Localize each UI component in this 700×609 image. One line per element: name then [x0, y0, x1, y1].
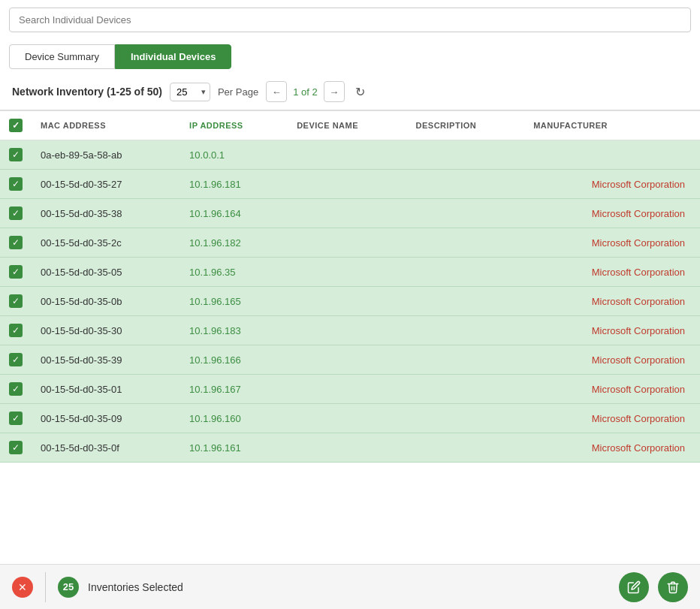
row-checkbox[interactable]: ✓ — [9, 324, 23, 337]
row-checkbox[interactable]: ✓ — [9, 412, 23, 425]
description — [407, 199, 525, 228]
table-row: ✓00-15-5d-d0-35-0510.1.96.35Microsoft Co… — [0, 258, 700, 287]
tab-device-summary[interactable]: Device Summary — [9, 44, 115, 69]
description — [407, 345, 525, 375]
ip-address: 10.0.0.1 — [180, 140, 288, 170]
table-row: ✓0a-eb-89-5a-58-ab10.0.0.1 — [0, 140, 700, 170]
manufacturer — [524, 140, 700, 170]
row-checkbox[interactable]: ✓ — [9, 236, 23, 249]
header-ip: IP ADDRESS — [180, 111, 288, 140]
ip-address: 10.1.96.181 — [180, 170, 288, 199]
row-checkbox[interactable]: ✓ — [9, 177, 23, 191]
device-name — [288, 316, 406, 345]
ip-address: 10.1.96.160 — [180, 404, 288, 433]
mac-address: 00-15-5d-d0-35-05 — [32, 258, 180, 287]
per-page-label: Per Page — [218, 86, 258, 98]
delete-button[interactable] — [658, 572, 688, 602]
description — [407, 140, 525, 170]
manufacturer: Microsoft Corporation — [524, 170, 700, 199]
device-name — [288, 345, 406, 375]
table-row: ✓00-15-5d-d0-35-2710.1.96.181Microsoft C… — [0, 170, 700, 199]
ip-address: 10.1.96.165 — [180, 287, 288, 316]
table-row: ✓00-15-5d-d0-35-3910.1.96.166Microsoft C… — [0, 345, 700, 375]
header-checkbox-cell: ✓ — [0, 111, 32, 140]
description — [407, 258, 525, 287]
table-row: ✓00-15-5d-d0-35-0f10.1.96.161Microsoft C… — [0, 433, 700, 463]
device-name — [288, 258, 406, 287]
manufacturer: Microsoft Corporation — [524, 258, 700, 287]
refresh-button[interactable]: ↻ — [355, 85, 365, 99]
row-checkbox[interactable]: ✓ — [9, 441, 23, 454]
tab-individual-devices[interactable]: Individual Devices — [115, 44, 231, 69]
device-name — [288, 199, 406, 228]
selected-label: Inventories Selected — [88, 581, 610, 593]
table-container: ✓ MAC ADDRESS IP ADDRESS DEVICE NAME DES… — [0, 110, 700, 523]
ip-address: 10.1.96.167 — [180, 375, 288, 404]
bottom-bar: ✕ 25 Inventories Selected — [0, 564, 700, 609]
divider — [45, 572, 46, 602]
description — [407, 316, 525, 345]
ip-address: 10.1.96.183 — [180, 316, 288, 345]
manufacturer: Microsoft Corporation — [524, 375, 700, 404]
device-name — [288, 375, 406, 404]
row-checkbox[interactable]: ✓ — [9, 265, 23, 279]
row-checkbox[interactable]: ✓ — [9, 148, 23, 161]
header-device-name: DEVICE NAME — [288, 111, 406, 140]
device-name — [288, 287, 406, 316]
per-page-wrapper: 25 50 100 — [170, 83, 210, 101]
description — [407, 287, 525, 316]
description — [407, 404, 525, 433]
mac-address: 00-15-5d-d0-35-0b — [32, 287, 180, 316]
page-info: 1 of 2 — [290, 86, 321, 98]
table-header-row: ✓ MAC ADDRESS IP ADDRESS DEVICE NAME DES… — [0, 111, 700, 140]
per-page-select[interactable]: 25 50 100 — [170, 83, 210, 101]
header-description: DESCRIPTION — [407, 111, 525, 140]
device-name — [288, 170, 406, 199]
manufacturer: Microsoft Corporation — [524, 345, 700, 375]
toolbar: Network Inventory (1-25 of 50) 25 50 100… — [0, 81, 700, 102]
search-input[interactable] — [9, 8, 691, 32]
prev-page-button[interactable]: ← — [266, 81, 287, 102]
mac-address: 00-15-5d-d0-35-39 — [32, 345, 180, 375]
device-name — [288, 433, 406, 463]
mac-address: 00-15-5d-d0-35-38 — [32, 199, 180, 228]
mac-address: 00-15-5d-d0-35-2c — [32, 228, 180, 258]
mac-address: 00-15-5d-d0-35-01 — [32, 375, 180, 404]
close-button[interactable]: ✕ — [12, 577, 33, 598]
selected-count-badge: 25 — [58, 577, 79, 598]
description — [407, 228, 525, 258]
ip-address: 10.1.96.164 — [180, 199, 288, 228]
mac-address: 00-15-5d-d0-35-27 — [32, 170, 180, 199]
header-mac: MAC ADDRESS — [32, 111, 180, 140]
tab-bar: Device Summary Individual Devices — [9, 44, 691, 69]
manufacturer: Microsoft Corporation — [524, 316, 700, 345]
ip-address: 10.1.96.166 — [180, 345, 288, 375]
device-name — [288, 228, 406, 258]
row-checkbox[interactable]: ✓ — [9, 382, 23, 396]
inventory-table: ✓ MAC ADDRESS IP ADDRESS DEVICE NAME DES… — [0, 110, 700, 463]
table-row: ✓00-15-5d-d0-35-0110.1.96.167Microsoft C… — [0, 375, 700, 404]
table-row: ✓00-15-5d-d0-35-3010.1.96.183Microsoft C… — [0, 316, 700, 345]
device-name — [288, 140, 406, 170]
header-checkbox[interactable]: ✓ — [9, 119, 23, 132]
description — [407, 170, 525, 199]
pagination-controls: ← 1 of 2 → — [266, 81, 345, 102]
row-checkbox[interactable]: ✓ — [9, 207, 23, 220]
edit-button[interactable] — [619, 572, 649, 602]
mac-address: 00-15-5d-d0-35-09 — [32, 404, 180, 433]
table-row: ✓00-15-5d-d0-35-0910.1.96.160Microsoft C… — [0, 404, 700, 433]
table-title: Network Inventory (1-25 of 50) — [12, 86, 162, 98]
manufacturer: Microsoft Corporation — [524, 199, 700, 228]
row-checkbox[interactable]: ✓ — [9, 353, 23, 366]
description — [407, 375, 525, 404]
manufacturer: Microsoft Corporation — [524, 228, 700, 258]
ip-address: 10.1.96.161 — [180, 433, 288, 463]
next-page-button[interactable]: → — [324, 81, 345, 102]
mac-address: 0a-eb-89-5a-58-ab — [32, 140, 180, 170]
device-name — [288, 404, 406, 433]
row-checkbox[interactable]: ✓ — [9, 294, 23, 308]
table-body: ✓0a-eb-89-5a-58-ab10.0.0.1✓00-15-5d-d0-3… — [0, 140, 700, 463]
table-row: ✓00-15-5d-d0-35-2c10.1.96.182Microsoft C… — [0, 228, 700, 258]
mac-address: 00-15-5d-d0-35-30 — [32, 316, 180, 345]
manufacturer: Microsoft Corporation — [524, 433, 700, 463]
